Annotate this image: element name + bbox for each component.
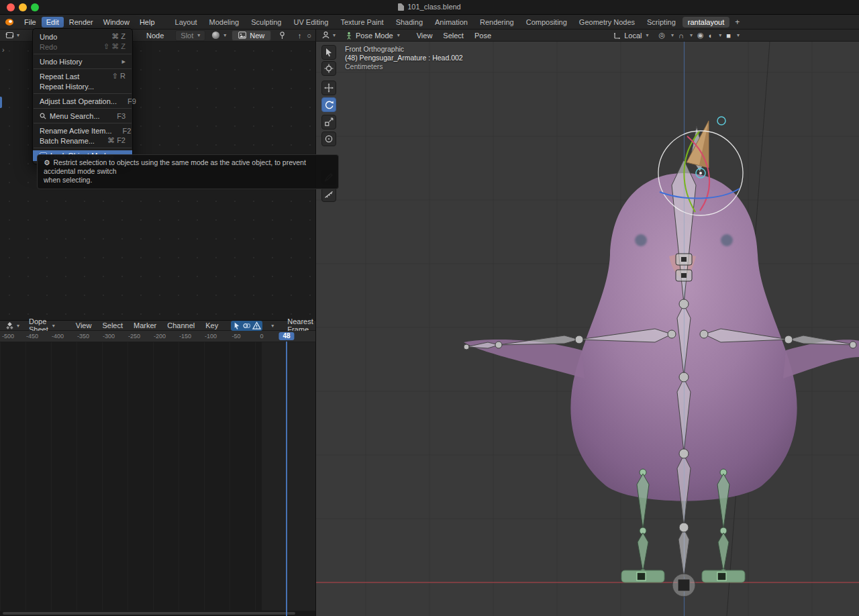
pin-icon[interactable] bbox=[278, 31, 287, 40]
tab-compositing[interactable]: Compositing bbox=[521, 17, 572, 28]
slot-selector[interactable]: Slot ▾ bbox=[175, 30, 205, 41]
tab-layout[interactable]: Layout bbox=[170, 17, 203, 28]
window-title: 101_class.blend bbox=[0, 3, 859, 11]
dope-menu-marker[interactable]: Marker bbox=[129, 321, 161, 330]
material-sphere-icon[interactable] bbox=[211, 30, 221, 40]
dope-menu-select[interactable]: Select bbox=[97, 321, 128, 330]
menu-item-repeat-history[interactable]: Repeat History... bbox=[33, 81, 132, 91]
menu-separator bbox=[34, 108, 132, 109]
right-leg-bone-2[interactable] bbox=[718, 533, 729, 572]
playhead-line[interactable] bbox=[286, 342, 287, 616]
tool-select-box[interactable] bbox=[321, 45, 336, 60]
root-bone-widget[interactable] bbox=[672, 574, 695, 597]
vp-menu-view[interactable]: View bbox=[412, 31, 438, 40]
pivot-point-icon[interactable]: ◎ bbox=[658, 31, 665, 40]
dope-menu-channel[interactable]: Channel bbox=[162, 321, 199, 330]
snap-magnet-icon[interactable]: ∩ bbox=[678, 32, 684, 40]
collapsed-panel-indicator[interactable] bbox=[0, 97, 2, 108]
vp-menu-pose[interactable]: Pose bbox=[470, 31, 496, 40]
timeline-ruler[interactable]: -500 -450 -400 -350 -300 -250 -200 -150 … bbox=[0, 331, 315, 342]
fake-user-icon[interactable]: ○ bbox=[307, 32, 311, 40]
right-flipper[interactable] bbox=[783, 340, 859, 378]
tab-rantalayout[interactable]: rantalayout bbox=[683, 17, 729, 28]
editor-type-selector[interactable]: ▾ bbox=[3, 30, 22, 40]
left-foot-widget[interactable] bbox=[637, 572, 646, 580]
tab-sculpting[interactable]: Sculpting bbox=[246, 17, 287, 28]
filter-chevron[interactable]: ▾ bbox=[271, 323, 274, 329]
right-foot-widget[interactable] bbox=[717, 572, 726, 580]
add-workspace-button[interactable]: + bbox=[731, 17, 744, 28]
material-browse-chevron[interactable]: ▾ bbox=[223, 32, 226, 38]
tab-rendering[interactable]: Rendering bbox=[474, 17, 519, 28]
ruler-tick: -400 bbox=[52, 333, 64, 340]
tool-scale[interactable] bbox=[321, 115, 336, 130]
proportional-editing-icon[interactable]: ◉ bbox=[697, 31, 704, 40]
left-leg-bone-1[interactable] bbox=[637, 474, 649, 529]
ruler-tick: -500 bbox=[2, 333, 14, 340]
menu-window[interactable]: Window bbox=[99, 17, 134, 28]
transform-orientation-selector[interactable]: Local ▾ bbox=[608, 30, 654, 41]
menu-help[interactable]: Help bbox=[135, 17, 160, 28]
show-hidden-toggle-icon[interactable] bbox=[242, 321, 251, 330]
tab-scripting[interactable]: Scripting bbox=[642, 17, 681, 28]
tab-uv-editing[interactable]: UV Editing bbox=[288, 17, 334, 28]
dope-sheet-icon bbox=[5, 321, 14, 330]
arrow-up-icon[interactable]: ↑ bbox=[298, 32, 302, 40]
tool-measure[interactable] bbox=[321, 187, 336, 202]
overlays-icon[interactable]: ◐ bbox=[709, 32, 713, 40]
menu-item-batch-rename[interactable]: Batch Rename... ⌘ F2 bbox=[33, 136, 132, 146]
dope-menu-key[interactable]: Key bbox=[201, 321, 223, 330]
editor-type-selector[interactable]: ▾ bbox=[319, 30, 338, 40]
only-selected-toggle-icon[interactable] bbox=[232, 321, 241, 330]
tab-texture-paint[interactable]: Texture Paint bbox=[335, 17, 389, 28]
search-icon bbox=[40, 113, 46, 119]
tool-rotate[interactable] bbox=[321, 97, 336, 112]
vp-menu-select[interactable]: Select bbox=[438, 31, 468, 40]
shading-chevron[interactable]: ▾ bbox=[737, 32, 740, 38]
right-leg-bone-1[interactable] bbox=[717, 474, 729, 529]
overlays-chevron[interactable]: ▾ bbox=[719, 32, 721, 38]
tab-animation[interactable]: Animation bbox=[430, 17, 473, 28]
menu-item-redo[interactable]: Redo ⇧ ⌘ Z bbox=[33, 42, 132, 52]
tab-geometry-nodes[interactable]: Geometry Nodes bbox=[574, 17, 640, 28]
menu-separator bbox=[34, 123, 132, 123]
shading-mode-icon[interactable]: ■ bbox=[726, 32, 731, 40]
snap-chevron[interactable]: ▾ bbox=[690, 32, 693, 38]
mode-selector[interactable]: Pose Mode ▾ bbox=[340, 30, 405, 41]
menu-item-rename-active-item[interactable]: Rename Active Item... F2 bbox=[33, 125, 132, 136]
ruler-tick: -350 bbox=[77, 333, 89, 340]
new-material-button[interactable]: New bbox=[232, 30, 271, 41]
collapse-region-arrow[interactable]: › bbox=[2, 46, 5, 54]
pivot-chevron[interactable]: ▾ bbox=[671, 32, 674, 38]
pelvis-bone[interactable] bbox=[678, 529, 689, 577]
orientation-axes-icon bbox=[613, 32, 621, 40]
viewport-canvas[interactable] bbox=[316, 42, 859, 616]
editor-type-selector[interactable]: ▾ bbox=[3, 321, 22, 331]
menu-render[interactable]: Render bbox=[64, 17, 98, 28]
tab-modeling[interactable]: Modeling bbox=[204, 17, 245, 28]
node-menu[interactable]: Node bbox=[142, 31, 168, 40]
menu-edit[interactable]: Edit bbox=[42, 17, 64, 28]
menu-item-repeat-last[interactable]: Repeat Last ⇧ R bbox=[33, 71, 132, 81]
head-bone-group[interactable] bbox=[687, 117, 725, 178]
blender-logo-icon[interactable] bbox=[4, 17, 16, 27]
menu-item-undo-history[interactable]: Undo History ▸ bbox=[33, 56, 132, 66]
image-icon bbox=[238, 32, 246, 39]
menu-item-menu-search[interactable]: Menu Search... F3 bbox=[33, 111, 132, 121]
tool-move[interactable] bbox=[321, 81, 336, 95]
tool-transform[interactable] bbox=[321, 132, 336, 146]
tool-cursor[interactable] bbox=[321, 61, 336, 76]
viewport-3d[interactable]: Front Orthographic (48) Pengsugar_Armatu… bbox=[315, 42, 859, 616]
current-frame-badge[interactable]: 48 bbox=[279, 332, 294, 340]
menu-item-adjust-last-operation[interactable]: Adjust Last Operation... F9 bbox=[33, 96, 132, 106]
left-leg-bone-2[interactable] bbox=[638, 533, 648, 572]
tooltip: ⚙Restrict selection to objects using the… bbox=[37, 154, 339, 189]
dope-menu-view[interactable]: View bbox=[71, 321, 97, 330]
menu-item-undo[interactable]: Undo ⌘ Z bbox=[33, 32, 132, 42]
tab-shading[interactable]: Shading bbox=[391, 17, 428, 28]
show-errors-toggle-icon[interactable] bbox=[252, 321, 261, 330]
menu-file[interactable]: File bbox=[19, 17, 41, 28]
dope-sheet-header: ▾ Dope Sheet ▾ View Select Marker Channe… bbox=[0, 320, 315, 331]
horizontal-scrollbar[interactable] bbox=[0, 611, 315, 616]
custom-shape-circle-top[interactable] bbox=[717, 117, 725, 125]
